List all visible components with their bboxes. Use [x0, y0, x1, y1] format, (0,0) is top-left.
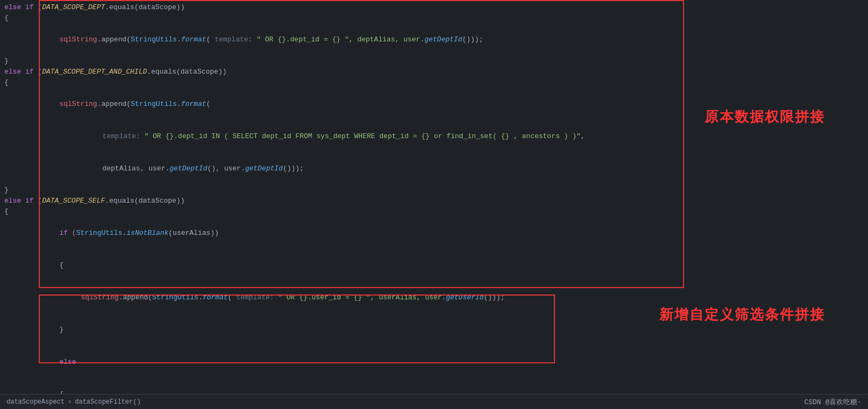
- code-editor: 原本数据权限拼接 新增自定义筛选条件拼接 else if (DATA_SCOPE…: [0, 0, 868, 409]
- code-line-4: }: [0, 56, 868, 67]
- code-line-17: else: [0, 346, 868, 378]
- label-original: 原本数据权限拼接: [705, 107, 825, 126]
- watermark: CSDN @喜欢吃糖·: [804, 397, 862, 407]
- code-line-5: else if (DATA_SCOPE_DEPT_AND_CHILD.equal…: [0, 67, 868, 77]
- code-line-3: sqlString.append(StringUtils.format( tem…: [0, 24, 868, 56]
- code-line-13: if (StringUtils.isNotBlank(userAlias)): [0, 217, 868, 249]
- code-line-2: {: [0, 13, 868, 24]
- breadcrumb-sep: ›: [68, 398, 72, 406]
- code-line-6: {: [0, 77, 868, 88]
- breadcrumb: dataScopeAspect › dataScopeFilter(): [6, 398, 141, 406]
- code-line-1: else if (DATA_SCOPE_DEPT.equals(dataScop…: [0, 2, 868, 13]
- label-new: 新增自定义筛选条件拼接: [659, 305, 825, 324]
- code-line-11: else if (DATA_SCOPE_SELF.equals(dataScop…: [0, 196, 868, 206]
- breadcrumb-method: dataScopeFilter(): [75, 398, 140, 406]
- code-content: else if (DATA_SCOPE_DEPT.equals(dataScop…: [0, 0, 868, 409]
- ancestors-text: ancestors: [522, 132, 560, 140]
- code-line-12: {: [0, 206, 868, 217]
- code-line-10: }: [0, 185, 868, 196]
- code-line-9: deptAlias, user.getDeptId(), user.getDep…: [0, 153, 868, 185]
- breadcrumb-file: dataScopeAspect: [6, 398, 65, 406]
- code-line-14: {: [0, 249, 868, 282]
- status-bar: dataScopeAspect › dataScopeFilter() CSDN…: [0, 394, 868, 409]
